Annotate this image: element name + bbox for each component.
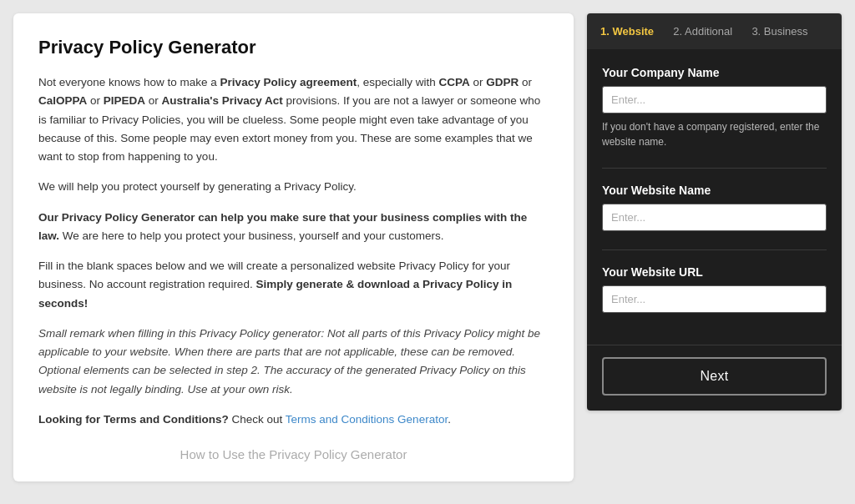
bottom-label: How to Use the Privacy Policy Generator — [38, 441, 549, 461]
tab-additional[interactable]: 2. Additional — [673, 25, 732, 38]
company-name-input[interactable] — [602, 86, 827, 113]
tab-website[interactable]: 1. Website — [600, 25, 654, 38]
terms-paragraph: Looking for Terms and Conditions? Check … — [38, 411, 549, 429]
page-title: Privacy Policy Generator — [38, 37, 549, 58]
company-name-group: Your Company Name If you don't have a co… — [602, 66, 827, 149]
divider-1 — [602, 168, 827, 169]
intro-paragraph: Not everyone knows how to make a Privacy… — [38, 73, 549, 166]
next-button[interactable]: Next — [602, 357, 827, 396]
fill-paragraph: Fill in the blank spaces below and we wi… — [38, 257, 549, 313]
website-url-group: Your Website URL — [602, 265, 827, 313]
website-name-group: Your Website Name — [602, 184, 827, 231]
company-name-label: Your Company Name — [602, 66, 827, 79]
remark-paragraph: Small remark when filling in this Privac… — [38, 325, 549, 399]
left-panel: Privacy Policy Generator Not everyone kn… — [13, 13, 574, 481]
tabs-bar: 1. Website 2. Additional 3. Business — [587, 13, 842, 49]
website-url-label: Your Website URL — [602, 265, 827, 279]
help-paragraph: We will help you protect yourself by gen… — [38, 178, 549, 196]
form-area: Your Company Name If you don't have a co… — [587, 49, 842, 345]
next-button-area: Next — [587, 345, 842, 411]
right-panel: 1. Website 2. Additional 3. Business You… — [587, 13, 842, 411]
terms-link[interactable]: Terms and Conditions Generator — [286, 413, 448, 426]
divider-2 — [602, 249, 827, 250]
tab-sep-1 — [660, 25, 666, 38]
page-container: Privacy Policy Generator Not everyone kn… — [13, 13, 842, 481]
generator-description: Our Privacy Policy Generator can help yo… — [38, 209, 549, 246]
tab-business[interactable]: 3. Business — [751, 25, 807, 38]
website-name-input[interactable] — [602, 204, 827, 231]
company-name-hint: If you don't have a company registered, … — [602, 119, 827, 149]
tab-sep-2 — [739, 25, 745, 38]
website-name-label: Your Website Name — [602, 184, 827, 197]
website-url-input[interactable] — [602, 285, 827, 313]
